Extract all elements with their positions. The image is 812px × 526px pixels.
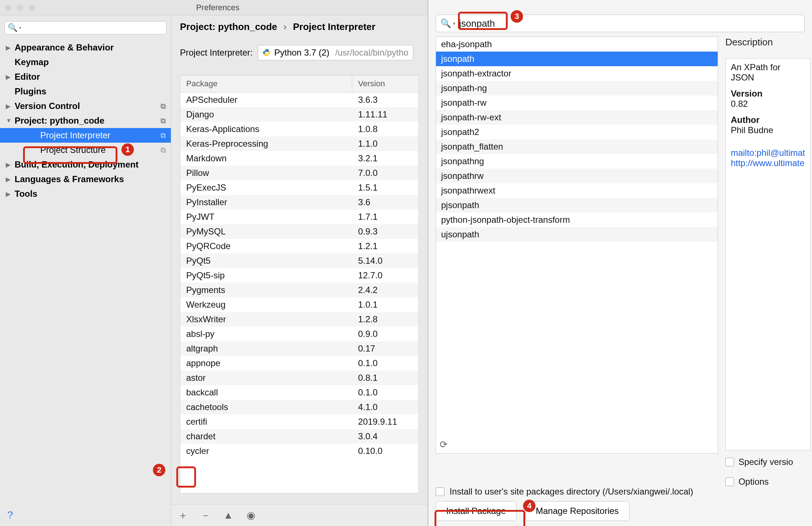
sidebar-item-appearance-behavior[interactable]: ▶Appearance & Behavior	[0, 40, 171, 55]
table-row[interactable]: Werkzeug1.0.1	[180, 297, 418, 312]
available-packages-panel: 🔍 ▾ jsonpath eha-jsonpathjsonpathjsonpat…	[428, 0, 812, 526]
version-label: Version	[731, 89, 805, 99]
sidebar-item-project-structure[interactable]: Project Structure⧉	[0, 143, 171, 157]
table-row[interactable]: cachetools4.1.0	[180, 400, 418, 414]
table-row[interactable]: PyInstaller3.6	[180, 195, 418, 210]
table-row[interactable]: PyMySQL0.9.3	[180, 224, 418, 239]
package-name: Pygments	[180, 283, 352, 297]
sidebar-item-project-python-code[interactable]: ▼Project: python_code⧉	[0, 113, 171, 128]
package-search-input[interactable]: 🔍 ▾ jsonpath	[436, 15, 805, 32]
sidebar-item-tools[interactable]: ▶Tools	[0, 187, 171, 201]
list-item[interactable]: jsonpath	[436, 52, 718, 66]
options-checkbox[interactable]	[725, 477, 734, 486]
table-row[interactable]: Keras-Preprocessing1.1.0	[180, 136, 418, 151]
sidebar-item-plugins[interactable]: Plugins	[0, 84, 171, 99]
interpreter-label: Project Interpreter:	[180, 48, 253, 58]
list-item[interactable]: jsonpathrw	[436, 169, 718, 183]
table-row[interactable]: PyQRCode1.2.1	[180, 239, 418, 253]
list-item[interactable]: jsonpathrwext	[436, 183, 718, 198]
sidebar-item-editor[interactable]: ▶Editor	[0, 69, 171, 84]
package-version: 3.2.1	[352, 151, 418, 166]
table-row[interactable]: APScheduler3.6.3	[180, 93, 418, 107]
list-item[interactable]: jsonpath-ng	[436, 81, 718, 95]
refresh-icon[interactable]: ⟳	[440, 439, 448, 450]
dropdown-caret-icon: ▾	[453, 20, 455, 26]
table-row[interactable]: PyJWT1.7.1	[180, 210, 418, 224]
table-row[interactable]: PyExecJS1.5.1	[180, 180, 418, 195]
table-row[interactable]: Django1.11.11	[180, 107, 418, 122]
install-to-user-row: Install to user's site packages director…	[436, 486, 693, 497]
package-version: 1.2.1	[352, 239, 418, 253]
col-package[interactable]: Package	[180, 75, 352, 92]
list-item[interactable]: jsonpath-extractor	[436, 66, 718, 81]
table-row[interactable]: PyQt55.14.0	[180, 253, 418, 268]
table-row[interactable]: backcall0.1.0	[180, 385, 418, 400]
sidebar-item-build-execution-deployment[interactable]: ▶Build, Execution, Deployment	[0, 157, 171, 172]
remove-package-button[interactable]: －	[199, 509, 212, 522]
author-mail-link[interactable]: mailto:phil@ultimat	[731, 148, 805, 158]
table-row[interactable]: chardet3.0.4	[180, 429, 418, 444]
list-item[interactable]: eha-jsonpath	[436, 37, 718, 52]
table-row[interactable]: Keras-Applications1.0.8	[180, 122, 418, 136]
sidebar-search-input[interactable]: 🔍▾	[4, 21, 166, 34]
list-item[interactable]: jsonpath2	[436, 125, 718, 139]
sidebar-item-label: Editor	[15, 72, 40, 82]
zoom-window-icon[interactable]	[29, 4, 35, 11]
table-row[interactable]: Pygments2.4.2	[180, 283, 418, 297]
package-version: 7.0.0	[352, 166, 418, 180]
table-row[interactable]: certifi2019.9.11	[180, 414, 418, 429]
col-version[interactable]: Version	[352, 75, 418, 92]
help-button[interactable]: ?	[7, 509, 13, 521]
table-row[interactable]: Markdown3.2.1	[180, 151, 418, 166]
interpreter-value: Python 3.7 (2)	[274, 48, 330, 58]
sidebar-item-version-control[interactable]: ▶Version Control⧉	[0, 99, 171, 113]
show-early-releases-button[interactable]: ◉	[244, 509, 257, 522]
package-name: APScheduler	[180, 93, 352, 107]
package-name: Werkzeug	[180, 297, 352, 312]
description-block: An XPath for JSON Version 0.82 Author Ph…	[725, 58, 811, 450]
package-name: astor	[180, 371, 352, 385]
table-row[interactable]: cycler0.10.0	[180, 444, 418, 458]
minimize-window-icon[interactable]	[17, 4, 23, 11]
disclosure-triangle-icon: ▶	[6, 74, 12, 80]
upgrade-package-button[interactable]: ▲	[222, 509, 235, 522]
sidebar-item-project-interpreter[interactable]: Project Interpreter⧉	[0, 128, 171, 143]
add-package-button[interactable]: ＋	[176, 509, 189, 522]
list-item[interactable]: python-jsonpath-object-transform	[436, 213, 718, 227]
table-row[interactable]: XlsxWriter1.2.8	[180, 312, 418, 327]
install-package-button[interactable]: Install Package	[436, 501, 516, 521]
table-row[interactable]: PyQt5-sip12.7.0	[180, 268, 418, 283]
package-name: backcall	[180, 385, 352, 400]
sidebar-item-keymap[interactable]: Keymap	[0, 55, 171, 69]
table-row[interactable]: altgraph0.17	[180, 341, 418, 356]
package-name: cycler	[180, 444, 352, 458]
package-version: 1.0.1	[352, 297, 418, 312]
table-row[interactable]: Pillow7.0.0	[180, 166, 418, 180]
available-packages-list[interactable]: eha-jsonpathjsonpathjsonpath-extractorjs…	[436, 37, 718, 454]
interpreter-row: Project Interpreter: Python 3.7 (2) /usr…	[180, 45, 419, 60]
list-item[interactable]: ujsonpath	[436, 227, 718, 242]
project-url-link[interactable]: http://www.ultimate	[731, 158, 805, 168]
list-item[interactable]: jsonpath-rw-ext	[436, 110, 718, 125]
install-to-user-checkbox[interactable]	[436, 487, 444, 496]
list-item[interactable]: jsonpath_flatten	[436, 139, 718, 154]
table-row[interactable]: absl-py0.9.0	[180, 327, 418, 341]
table-row[interactable]: appnope0.1.0	[180, 356, 418, 371]
list-item[interactable]: jsonpathng	[436, 154, 718, 169]
interpreter-select[interactable]: Python 3.7 (2) /usr/local/bin/pytho	[258, 45, 413, 60]
window-title: Preferences	[35, 3, 401, 12]
sidebar-item-label: Version Control	[15, 101, 80, 111]
list-item[interactable]: jsonpath-rw	[436, 95, 718, 110]
sidebar-item-languages-frameworks[interactable]: ▶Languages & Frameworks	[0, 172, 171, 187]
sidebar-item-label: Plugins	[15, 86, 46, 97]
disclosure-triangle-icon: ▶	[6, 103, 12, 110]
package-version: 0.8.1	[352, 371, 418, 385]
specify-version-checkbox[interactable]	[725, 458, 734, 466]
package-description-panel: Description An XPath for JSON Version 0.…	[725, 37, 812, 487]
packages-toolbar: ＋ － ▲ ◉	[171, 504, 428, 526]
list-item[interactable]: pjsonpath	[436, 198, 718, 213]
manage-repositories-button[interactable]: Manage Repositories	[525, 501, 629, 521]
table-row[interactable]: astor0.8.1	[180, 371, 418, 385]
close-window-icon[interactable]	[5, 4, 12, 11]
package-name: PyExecJS	[180, 180, 352, 195]
